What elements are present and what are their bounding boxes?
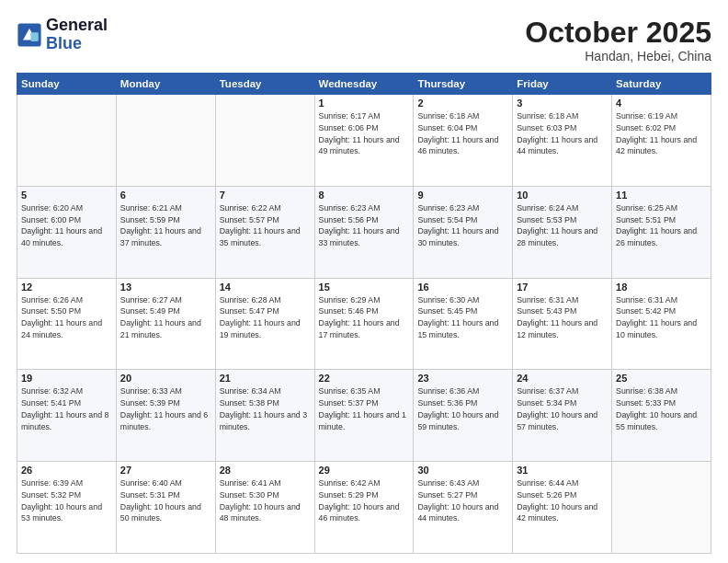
- calendar-cell: 13Sunrise: 6:27 AM Sunset: 5:49 PM Dayli…: [116, 278, 215, 370]
- days-header-row: SundayMondayTuesdayWednesdayThursdayFrid…: [17, 74, 711, 95]
- day-info: Sunrise: 6:23 AM Sunset: 5:56 PM Dayligh…: [319, 202, 410, 249]
- day-info: Sunrise: 6:40 AM Sunset: 5:31 PM Dayligh…: [120, 477, 211, 524]
- calendar-cell: 8Sunrise: 6:23 AM Sunset: 5:56 PM Daylig…: [314, 186, 414, 278]
- calendar-cell: 1Sunrise: 6:17 AM Sunset: 6:06 PM Daylig…: [314, 95, 414, 187]
- day-info: Sunrise: 6:26 AM Sunset: 5:50 PM Dayligh…: [21, 294, 112, 341]
- day-number: 18: [616, 282, 707, 293]
- day-number: 20: [120, 373, 211, 384]
- day-number: 9: [417, 190, 508, 201]
- day-info: Sunrise: 6:42 AM Sunset: 5:29 PM Dayligh…: [319, 477, 410, 524]
- calendar-body: 1Sunrise: 6:17 AM Sunset: 6:06 PM Daylig…: [17, 95, 711, 554]
- day-info: Sunrise: 6:18 AM Sunset: 6:04 PM Dayligh…: [417, 110, 508, 157]
- day-number: 30: [417, 465, 508, 476]
- day-info: Sunrise: 6:24 AM Sunset: 5:53 PM Dayligh…: [517, 202, 608, 249]
- calendar-cell: 9Sunrise: 6:23 AM Sunset: 5:54 PM Daylig…: [414, 186, 513, 278]
- day-header-thursday: Thursday: [414, 74, 513, 95]
- day-header-friday: Friday: [513, 74, 612, 95]
- day-info: Sunrise: 6:27 AM Sunset: 5:49 PM Dayligh…: [120, 294, 211, 341]
- day-number: 27: [120, 465, 211, 476]
- day-number: 7: [220, 190, 311, 201]
- day-number: 28: [220, 465, 311, 476]
- month-title: October 2025: [525, 17, 711, 49]
- day-header-saturday: Saturday: [612, 74, 711, 95]
- day-info: Sunrise: 6:28 AM Sunset: 5:47 PM Dayligh…: [220, 294, 311, 341]
- day-info: Sunrise: 6:23 AM Sunset: 5:54 PM Dayligh…: [417, 202, 508, 249]
- calendar-cell: 21Sunrise: 6:34 AM Sunset: 5:38 PM Dayli…: [215, 370, 314, 462]
- calendar-cell: 15Sunrise: 6:29 AM Sunset: 5:46 PM Dayli…: [314, 278, 414, 370]
- header: General Blue October 2025 Handan, Hebei,…: [17, 17, 711, 63]
- day-number: 8: [319, 190, 410, 201]
- day-info: Sunrise: 6:32 AM Sunset: 5:41 PM Dayligh…: [21, 385, 112, 432]
- calendar-cell: 4Sunrise: 6:19 AM Sunset: 6:02 PM Daylig…: [612, 95, 711, 187]
- logo-icon: [17, 22, 42, 48]
- day-info: Sunrise: 6:35 AM Sunset: 5:37 PM Dayligh…: [319, 385, 410, 432]
- calendar-cell: 27Sunrise: 6:40 AM Sunset: 5:31 PM Dayli…: [116, 462, 215, 554]
- day-number: 12: [21, 282, 112, 293]
- day-number: 22: [319, 373, 410, 384]
- day-number: 25: [616, 373, 707, 384]
- day-info: Sunrise: 6:36 AM Sunset: 5:36 PM Dayligh…: [417, 385, 508, 432]
- svg-rect-2: [30, 32, 38, 41]
- day-info: Sunrise: 6:25 AM Sunset: 5:51 PM Dayligh…: [616, 202, 707, 249]
- day-number: 26: [21, 465, 112, 476]
- day-number: 5: [21, 190, 112, 201]
- day-info: Sunrise: 6:19 AM Sunset: 6:02 PM Dayligh…: [616, 110, 707, 157]
- calendar-cell: 14Sunrise: 6:28 AM Sunset: 5:47 PM Dayli…: [215, 278, 314, 370]
- calendar-cell: 24Sunrise: 6:37 AM Sunset: 5:34 PM Dayli…: [513, 370, 612, 462]
- day-info: Sunrise: 6:39 AM Sunset: 5:32 PM Dayligh…: [21, 477, 112, 524]
- day-number: 15: [319, 282, 410, 293]
- calendar-table: SundayMondayTuesdayWednesdayThursdayFrid…: [17, 73, 711, 554]
- calendar-week-3: 12Sunrise: 6:26 AM Sunset: 5:50 PM Dayli…: [17, 278, 711, 370]
- calendar-cell: 22Sunrise: 6:35 AM Sunset: 5:37 PM Dayli…: [314, 370, 414, 462]
- calendar-cell: [215, 95, 314, 187]
- calendar-cell: 10Sunrise: 6:24 AM Sunset: 5:53 PM Dayli…: [513, 186, 612, 278]
- day-info: Sunrise: 6:43 AM Sunset: 5:27 PM Dayligh…: [417, 477, 508, 524]
- calendar-cell: 20Sunrise: 6:33 AM Sunset: 5:39 PM Dayli…: [116, 370, 215, 462]
- day-info: Sunrise: 6:33 AM Sunset: 5:39 PM Dayligh…: [120, 385, 211, 432]
- calendar-cell: 31Sunrise: 6:44 AM Sunset: 5:26 PM Dayli…: [513, 462, 612, 554]
- logo: General Blue: [17, 17, 108, 53]
- day-number: 13: [120, 282, 211, 293]
- day-number: 1: [319, 98, 410, 109]
- calendar-cell: 19Sunrise: 6:32 AM Sunset: 5:41 PM Dayli…: [17, 370, 117, 462]
- day-number: 17: [517, 282, 608, 293]
- logo-blue: Blue: [46, 34, 82, 52]
- day-info: Sunrise: 6:31 AM Sunset: 5:42 PM Dayligh…: [616, 294, 707, 341]
- day-number: 19: [21, 373, 112, 384]
- day-header-monday: Monday: [116, 74, 215, 95]
- day-info: Sunrise: 6:18 AM Sunset: 6:03 PM Dayligh…: [517, 110, 608, 157]
- day-number: 2: [417, 98, 508, 109]
- logo-general: General: [46, 16, 108, 34]
- calendar-cell: 7Sunrise: 6:22 AM Sunset: 5:57 PM Daylig…: [215, 186, 314, 278]
- calendar-cell: 12Sunrise: 6:26 AM Sunset: 5:50 PM Dayli…: [17, 278, 117, 370]
- calendar-week-2: 5Sunrise: 6:20 AM Sunset: 6:00 PM Daylig…: [17, 186, 711, 278]
- calendar-cell: 26Sunrise: 6:39 AM Sunset: 5:32 PM Dayli…: [17, 462, 117, 554]
- location: Handan, Hebei, China: [525, 49, 711, 63]
- day-number: 16: [417, 282, 508, 293]
- day-info: Sunrise: 6:38 AM Sunset: 5:33 PM Dayligh…: [616, 385, 707, 432]
- calendar-cell: 28Sunrise: 6:41 AM Sunset: 5:30 PM Dayli…: [215, 462, 314, 554]
- logo-text: General Blue: [46, 17, 108, 53]
- day-info: Sunrise: 6:41 AM Sunset: 5:30 PM Dayligh…: [220, 477, 311, 524]
- day-info: Sunrise: 6:37 AM Sunset: 5:34 PM Dayligh…: [517, 385, 608, 432]
- day-header-wednesday: Wednesday: [314, 74, 414, 95]
- day-info: Sunrise: 6:21 AM Sunset: 5:59 PM Dayligh…: [120, 202, 211, 249]
- title-block: October 2025 Handan, Hebei, China: [525, 17, 711, 63]
- day-number: 23: [417, 373, 508, 384]
- calendar-cell: [17, 95, 117, 187]
- calendar-week-4: 19Sunrise: 6:32 AM Sunset: 5:41 PM Dayli…: [17, 370, 711, 462]
- day-number: 6: [120, 190, 211, 201]
- day-header-sunday: Sunday: [17, 74, 117, 95]
- day-number: 3: [517, 98, 608, 109]
- day-number: 31: [517, 465, 608, 476]
- calendar-week-1: 1Sunrise: 6:17 AM Sunset: 6:06 PM Daylig…: [17, 95, 711, 187]
- calendar-cell: 16Sunrise: 6:30 AM Sunset: 5:45 PM Dayli…: [414, 278, 513, 370]
- day-number: 11: [616, 190, 707, 201]
- calendar-cell: 11Sunrise: 6:25 AM Sunset: 5:51 PM Dayli…: [612, 186, 711, 278]
- day-info: Sunrise: 6:44 AM Sunset: 5:26 PM Dayligh…: [517, 477, 608, 524]
- calendar-cell: 6Sunrise: 6:21 AM Sunset: 5:59 PM Daylig…: [116, 186, 215, 278]
- day-number: 21: [220, 373, 311, 384]
- calendar-cell: 29Sunrise: 6:42 AM Sunset: 5:29 PM Dayli…: [314, 462, 414, 554]
- day-header-tuesday: Tuesday: [215, 74, 314, 95]
- calendar-cell: 23Sunrise: 6:36 AM Sunset: 5:36 PM Dayli…: [414, 370, 513, 462]
